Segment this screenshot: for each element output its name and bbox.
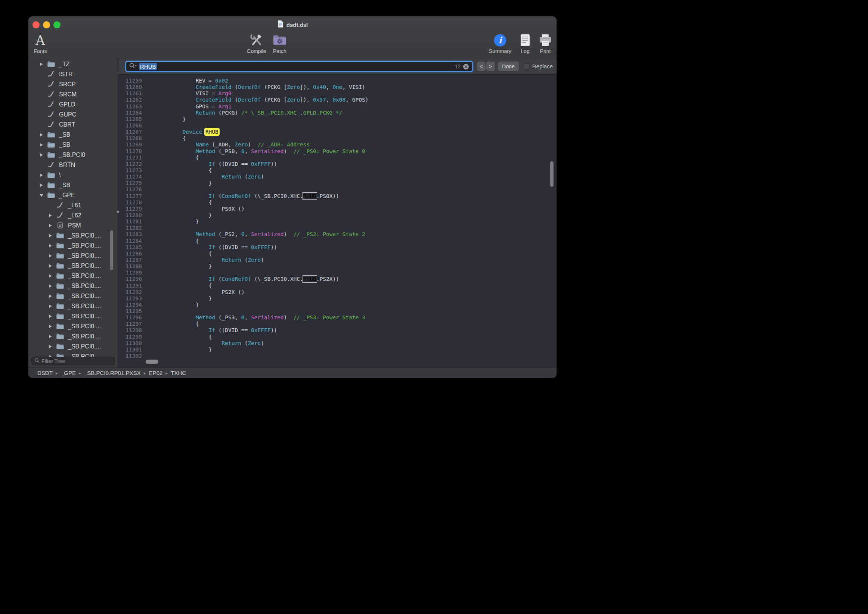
code-line[interactable]: 11273 {: [118, 167, 556, 174]
sidebar-item-sb-pci0[interactable]: _SB.PCI0....: [28, 261, 118, 271]
sidebar-item-cbrt[interactable]: CBRT: [28, 119, 118, 130]
sidebar-item-sb-pci0[interactable]: _SB.PCI0....: [28, 311, 118, 321]
disclosure-collapsed-icon[interactable]: [47, 333, 54, 340]
sidebar-item-sb[interactable]: _SB: [28, 140, 118, 150]
code-line[interactable]: 11288 }: [118, 263, 556, 270]
disclosure-collapsed-icon[interactable]: [47, 263, 54, 269]
sidebar-item-l62[interactable]: _L62: [28, 210, 118, 220]
code-line[interactable]: 11298 If ((DVID == 0xFFFF)): [118, 327, 556, 333]
sidebar-scrollbar-thumb[interactable]: [110, 230, 113, 270]
disclosure-collapsed-icon[interactable]: [47, 253, 54, 259]
disclosure-collapsed-icon[interactable]: [47, 223, 54, 229]
disclosure-collapsed-icon[interactable]: [47, 293, 54, 299]
sidebar-item-sb-pci0[interactable]: _SB.PCI0....: [28, 341, 118, 352]
sidebar-item-sb-pci0[interactable]: _SB.PCI0....: [28, 240, 118, 251]
code-line[interactable]: 11265 }: [118, 116, 556, 122]
code-line[interactable]: 11263 GPOS = Arg1: [118, 104, 556, 110]
disclosure-collapsed-icon[interactable]: [47, 344, 54, 350]
code-line[interactable]: 11259 REV = 0x02: [118, 78, 556, 84]
sidebar-item-srcm[interactable]: SRCM: [28, 89, 118, 99]
toolbar-print-button[interactable]: Print: [532, 33, 556, 56]
code-line[interactable]: 11282: [118, 225, 556, 231]
search-input[interactable]: RHUB 12: [125, 61, 473, 72]
sidebar-item-sb[interactable]: _SB: [28, 130, 118, 140]
code-line[interactable]: 11290 If (CondRefOf (\_SB.PCI0.XHC.RHUB.…: [118, 276, 556, 282]
replace-checkbox[interactable]: [524, 64, 530, 70]
sidebar-item-gupc[interactable]: GUPC: [28, 109, 118, 119]
code-line[interactable]: 11284 {: [118, 238, 556, 244]
code-line[interactable]: 11272 If ((DVID == 0xFFFF)): [118, 161, 556, 167]
code-line[interactable]: 11274 Return (Zero): [118, 174, 556, 180]
code-line[interactable]: 11277 If (CondRefOf (\_SB.PCI0.XHC.RHUB.…: [118, 193, 556, 200]
code-line[interactable]: 11286 {: [118, 251, 556, 257]
sidebar-item-brtn[interactable]: BRTN: [28, 160, 118, 170]
find-next-button[interactable]: >: [486, 62, 495, 71]
code-line[interactable]: 11262 CreateField (DerefOf (PCKG [Zero])…: [118, 97, 556, 103]
code-line[interactable]: 11270 Method (_PS0, 0, Serialized) // _P…: [118, 148, 556, 155]
disclosure-collapsed-icon[interactable]: [38, 132, 45, 138]
pane-splitter-handle[interactable]: [117, 211, 119, 213]
breadcrumb-item[interactable]: _SB.PCI0.RP01.PXSX: [84, 370, 141, 376]
disclosure-collapsed-icon[interactable]: [47, 233, 54, 239]
search-menu-icon[interactable]: [129, 63, 137, 70]
sidebar-item-srcp[interactable]: SRCP: [28, 79, 118, 89]
code-line[interactable]: 11264 Return (PCKG) /* \_SB_.PCI0.XHC_.G…: [118, 110, 556, 116]
breadcrumb-item[interactable]: _GPE: [61, 370, 76, 376]
code-line[interactable]: 11294 }: [118, 302, 556, 308]
disclosure-collapsed-icon[interactable]: [47, 313, 54, 319]
sidebar-item-gpld[interactable]: GPLD: [28, 99, 118, 109]
vertical-scrollbar-thumb[interactable]: [550, 161, 553, 187]
code-line[interactable]: 11299 {: [118, 334, 556, 340]
code-line[interactable]: 11296 Method (_PS3, 0, Serialized) // _P…: [118, 315, 556, 321]
code-line[interactable]: 11297 {: [118, 321, 556, 327]
find-previous-button[interactable]: <: [477, 62, 485, 71]
code-line[interactable]: 11275 }: [118, 180, 556, 186]
disclosure-collapsed-icon[interactable]: [38, 152, 45, 158]
toolbar-summary-button[interactable]: i Summary: [487, 33, 513, 56]
code-line[interactable]: 11283 Method (_PS2, 0, Serialized) // _P…: [118, 231, 556, 237]
disclosure-collapsed-icon[interactable]: [38, 61, 45, 67]
code-line[interactable]: 11293 }: [118, 295, 556, 302]
code-line[interactable]: 11285 If ((DVID == 0xFFFF)): [118, 244, 556, 251]
sidebar-item-istr[interactable]: ISTR: [28, 69, 118, 79]
code-line[interactable]: 11268 {: [118, 135, 556, 141]
code-line[interactable]: 11266: [118, 122, 556, 129]
code-line[interactable]: 11276: [118, 186, 556, 193]
disclosure-collapsed-icon[interactable]: [38, 172, 45, 178]
breadcrumb-item[interactable]: DSDT: [37, 370, 53, 376]
clear-search-icon[interactable]: [463, 64, 469, 70]
sidebar-item-tz[interactable]: _TZ: [28, 59, 118, 69]
code-line[interactable]: 11301 }: [118, 347, 556, 353]
done-button[interactable]: Done: [498, 62, 519, 71]
sidebar-item-l61[interactable]: _L61: [28, 200, 118, 210]
breadcrumb-item[interactable]: EP02: [149, 370, 163, 376]
sidebar-item-sb-pci0[interactable]: _SB.PCI0....: [28, 271, 118, 281]
code-line[interactable]: 11289: [118, 270, 556, 276]
sidebar-item-root[interactable]: \: [28, 170, 118, 180]
filter-tree-field[interactable]: [31, 357, 115, 365]
sidebar-item-gpe[interactable]: _GPE: [28, 190, 118, 200]
filter-tree-input[interactable]: [42, 358, 112, 364]
disclosure-collapsed-icon[interactable]: [47, 283, 54, 289]
sidebar-item-sb-pci0[interactable]: _SB.PCI0....: [28, 291, 118, 301]
disclosure-collapsed-icon[interactable]: [38, 182, 45, 188]
code-line[interactable]: 11302: [118, 353, 556, 359]
code-line[interactable]: 11292 PS2X (): [118, 289, 556, 295]
code-line[interactable]: 11281 }: [118, 219, 556, 225]
disclosure-expanded-icon[interactable]: [38, 192, 45, 198]
code-line[interactable]: 11261 VISI = Arg0: [118, 90, 556, 97]
breadcrumb-item[interactable]: TXHC: [170, 370, 186, 376]
disclosure-collapsed-icon[interactable]: [38, 142, 45, 148]
sidebar-item-sb-pci0[interactable]: _SB.PCI0....: [28, 251, 118, 261]
code-editor[interactable]: 11259 REV = 0x0211260 CreateField (Deref…: [118, 75, 556, 367]
sidebar-item-sb[interactable]: _SB: [28, 180, 118, 190]
toolbar-fonts-button[interactable]: A Fonts: [28, 33, 54, 56]
horizontal-scrollbar-thumb[interactable]: [146, 360, 158, 364]
disclosure-collapsed-icon[interactable]: [47, 273, 54, 279]
code-line[interactable]: 11267 Device RHUB: [118, 129, 556, 135]
sidebar-item-sb-pci0[interactable]: _SB.PCI0....: [28, 281, 118, 291]
code-line[interactable]: 11287 Return (Zero): [118, 257, 556, 263]
code-line[interactable]: 11260 CreateField (DerefOf (PCKG [Zero])…: [118, 84, 556, 90]
disclosure-collapsed-icon[interactable]: [47, 212, 54, 219]
toolbar-patch-button[interactable]: Patch: [266, 33, 293, 56]
